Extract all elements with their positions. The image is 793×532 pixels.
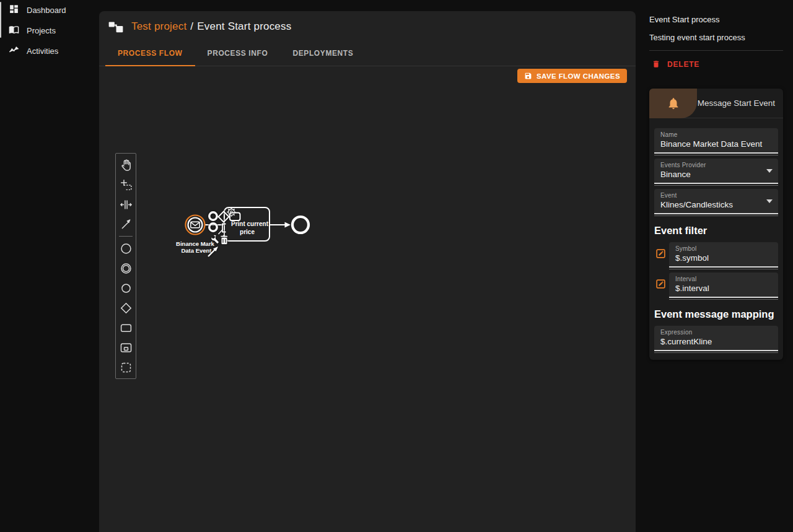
breadcrumb-text: Test project/Event Start process [131,20,291,33]
event-value: Klines/Candlesticks [660,199,772,211]
process-description: Testing event start process [636,24,793,42]
events-provider-select[interactable]: Events Provider Binance [654,159,778,184]
activities-icon [9,45,19,58]
lasso-tool[interactable] [116,175,136,194]
event-filter-heading: Event filter [654,225,778,237]
delete-button-label: DELETE [667,60,699,69]
bpmn-palette [115,153,136,379]
name-field-label: Name [660,131,772,138]
create-intermediate-event[interactable] [116,258,136,278]
name-field-value: Binance Market Data Event [660,139,772,150]
sidebar-item-label: Activities [27,46,58,56]
global-connect-tool[interactable] [116,214,136,234]
symbol-field-label: Symbol [675,245,772,252]
breadcrumb-project-link[interactable]: Test project [131,20,186,32]
sidebar-item-label: Projects [27,26,56,35]
hand-tool[interactable] [116,155,136,175]
tab-bar: PROCESS FLOW PROCESS INFO DEPLOYMENTS [99,41,636,66]
field-underline [654,185,778,186]
dashboard-icon [9,4,19,17]
projects-icon [9,24,19,37]
end-event[interactable] [292,217,309,233]
field-underline [654,216,778,216]
sequence-flow-task-to-end[interactable] [269,222,291,228]
chevron-down-icon [766,199,773,203]
interval-field-value: $.interval [675,283,772,294]
sidebar-scrollbar[interactable] [0,2,1,38]
message-start-event[interactable]: Binance Mark Data Event [176,216,214,255]
create-gateway[interactable] [116,298,136,318]
delete-process-button[interactable]: DELETE [652,56,704,72]
event-label: Event [660,192,772,199]
expression-field-label: Expression [660,329,772,336]
create-end-event[interactable] [116,278,136,298]
expression-field[interactable]: Expression $.currentKline [654,326,778,351]
delete-trash-icon [652,59,660,69]
field-underline [669,299,778,300]
interval-field-label: Interval [675,276,772,282]
sidebar-item-dashboard[interactable]: Dashboard [0,0,99,20]
breadcrumb: Test project/Event Start process [99,11,636,37]
name-field[interactable]: Name Binance Market Data Event [654,128,778,154]
process-tree-icon [108,19,124,35]
right-panel: Event Start process Testing event start … [636,0,793,532]
sidebar-item-activities[interactable]: Activities [0,41,99,61]
start-event-label-line1: Binance Mark [176,240,214,247]
edit-square-icon[interactable] [655,279,666,289]
bell-icon [667,97,680,110]
palette-separator [119,236,133,237]
properties-title: Message Start Event [698,89,775,118]
context-pad-append-end-event[interactable] [209,212,217,220]
tab-process-info[interactable]: PROCESS INFO [195,41,281,66]
tab-process-flow[interactable]: PROCESS FLOW [105,41,195,66]
process-name: Event Start process [636,0,793,24]
field-underline [669,269,778,269]
create-task[interactable] [116,318,136,338]
event-message-mapping-heading: Event message mapping [654,308,778,320]
event-select[interactable]: Event Klines/Candlesticks [654,189,778,214]
panel-divider [649,50,783,51]
space-tool[interactable] [116,194,136,214]
interval-field[interactable]: Interval $.interval [669,273,778,298]
sidebar-item-projects[interactable]: Projects [0,20,99,41]
chevron-down-icon [766,169,773,173]
properties-avatar [649,89,697,118]
symbol-field[interactable]: Symbol $.symbol [669,242,778,268]
bpmn-diagram: Print current price Binance Mark Data Ev… [167,196,341,274]
create-start-event[interactable] [116,238,136,258]
main-content-card: Test project/Event Start process PROCESS… [99,11,636,532]
tab-deployments[interactable]: DEPLOYMENTS [280,41,366,66]
events-provider-label: Events Provider [660,162,772,168]
field-underline [654,352,778,353]
edit-square-icon[interactable] [655,248,666,259]
breadcrumb-separator: / [186,20,197,32]
task-label-line2: price [240,229,255,235]
symbol-field-value: $.symbol [675,253,772,264]
task-label-line1: Print current [231,220,269,227]
start-event-label-line2: Data Event [181,247,212,254]
events-provider-value: Binance [660,169,772,180]
field-underline [654,155,778,155]
expression-field-value: $.currentKline [660,336,772,347]
sidebar-item-label: Dashboard [27,6,66,15]
breadcrumb-process-name: Event Start process [197,20,291,32]
properties-card: Message Start Event Name Binance Market … [649,89,783,360]
context-pad-delete-trash-icon[interactable] [221,235,227,244]
properties-header: Message Start Event [649,89,783,118]
left-sidebar: Dashboard Projects Activities [0,0,99,532]
bpmn-canvas[interactable]: Print current price Binance Mark Data Ev… [99,71,636,532]
create-group[interactable] [116,357,136,377]
create-subprocess[interactable] [116,338,136,357]
